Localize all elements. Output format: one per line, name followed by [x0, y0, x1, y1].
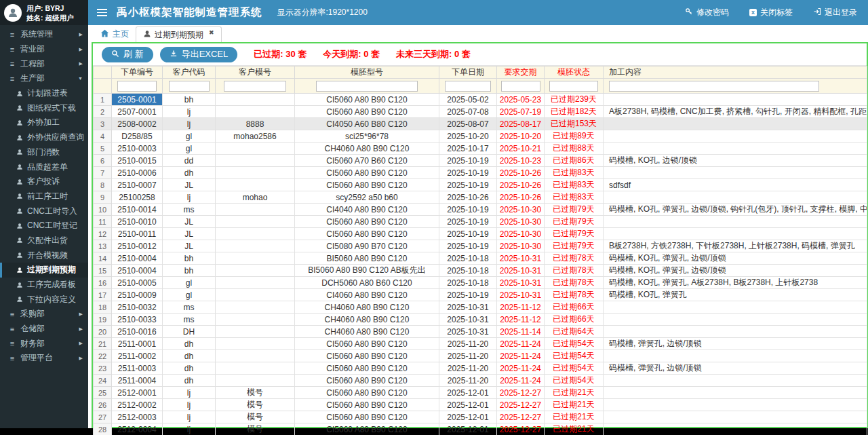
sidebar-item-system[interactable]: ≡系统管理▶ [0, 27, 88, 42]
table-row[interactable]: 282512-0004lj模号CI5060 A80 B90 C1202025-1… [94, 423, 867, 435]
cell-due_date[interactable]: 2025-12-27 [497, 387, 545, 399]
cell-processing_content[interactable] [604, 143, 867, 155]
cell-order_date[interactable]: 2025-12-01 [439, 399, 497, 411]
sidebar-item-cnc-hours-import[interactable]: CNC工时导入 [0, 204, 88, 219]
cell-mold_base_model[interactable]: CH4060 A80 B90 C120 [295, 326, 439, 338]
table-row[interactable]: 172510-0009glCI4060 A80 B90 C1202025-10-… [94, 289, 867, 301]
cell-customer_mold_no[interactable] [216, 289, 295, 301]
cell-order_date[interactable]: 2025-12-01 [439, 423, 497, 435]
cell-customer_mold_no[interactable] [216, 375, 295, 387]
cell-processing_content[interactable] [604, 301, 867, 314]
cell-processing_content[interactable] [604, 326, 867, 338]
cell-order_date[interactable]: 2025-12-01 [439, 387, 497, 399]
cell-mold_base_model[interactable]: CI5060 A80 B90 C120 [295, 167, 439, 179]
cell-mold_base_status[interactable]: 已过期21天 [545, 387, 604, 399]
cell-mold_base_status[interactable]: 已过期78天 [545, 265, 604, 277]
cell-order_no[interactable]: 2511-0002 [112, 350, 163, 362]
cell-processing_content[interactable] [604, 350, 867, 362]
cell-mold_base_status[interactable]: 已过期54天 [545, 362, 604, 375]
sidebar-item-warehouse[interactable]: ≡仓储部▶ [0, 322, 88, 337]
cell-order_no[interactable]: 2510-0010 [112, 216, 163, 228]
cell-processing_content[interactable] [604, 411, 867, 423]
cell-mold_base_model[interactable]: CI5060 A80 B90 C120 [295, 179, 439, 191]
cell-customer_code[interactable]: lj [163, 118, 216, 130]
cell-mold_base_model[interactable]: BI5060 A80 B90 C120 [295, 252, 439, 265]
cell-mold_base_model[interactable]: DCH5060 A80 B60 C120 [295, 277, 439, 289]
cell-due_date[interactable]: 2025-10-26 [497, 179, 545, 191]
sidebar-item-finance[interactable]: ≡财务部▶ [0, 336, 88, 351]
cell-mold_base_model[interactable]: CI5060 A80 B90 C120 [295, 350, 439, 362]
cell-order_no[interactable]: 2510-0009 [112, 289, 163, 301]
tab-home[interactable]: 主页 [94, 26, 136, 42]
table-row[interactable]: 22507-0001ljCI5060 A80 B90 C1202025-07-0… [94, 106, 867, 118]
cell-order_date[interactable]: 2025-10-19 [439, 228, 497, 240]
cell-customer_mold_no[interactable] [216, 204, 295, 216]
cell-customer_code[interactable]: dh [163, 167, 216, 179]
cell-due_date[interactable]: 2025-10-26 [497, 191, 545, 204]
cell-due_date[interactable]: 2025-10-30 [497, 240, 545, 252]
table-row[interactable]: 122510-0011JLCI5060 A80 B90 C1202025-10-… [94, 228, 867, 240]
table-row[interactable]: 222511-0002dhCI5060 A80 B90 C1202025-11-… [94, 350, 867, 362]
cell-order_date[interactable]: 2025-10-19 [439, 179, 497, 191]
cell-due_date[interactable]: 2025-07-19 [497, 106, 545, 118]
cell-order_date[interactable]: 2025-05-02 [439, 94, 497, 106]
cell-mold_base_model[interactable]: CI5060 A80 B90 C120 [295, 106, 439, 118]
cell-order_no[interactable]: 2510-0016 [112, 326, 163, 338]
cell-order_date[interactable]: 2025-10-19 [439, 204, 497, 216]
cell-mold_base_model[interactable]: CI5060 A80 B90 C120 [295, 423, 439, 435]
cell-order_no[interactable]: 2510-0006 [112, 167, 163, 179]
sidebar-item-plan-follow[interactable]: 计划跟进表 [0, 86, 88, 101]
cell-mold_base_model[interactable]: CI5060 A80 B90 C120 [295, 411, 439, 423]
cell-mold_base_model[interactable]: CI5060 A80 B90 C120 [295, 216, 439, 228]
cell-customer_mold_no[interactable]: mohao [216, 191, 295, 204]
cell-order_no[interactable]: 2510-0033 [112, 314, 163, 326]
cell-processing_content[interactable] [604, 191, 867, 204]
cell-customer_code[interactable]: gl [163, 289, 216, 301]
cell-mold_base_status[interactable]: 已过期64天 [545, 326, 604, 338]
cell-due_date[interactable]: 2025-10-30 [497, 228, 545, 240]
cell-order_date[interactable]: 2025-11-20 [439, 350, 497, 362]
table-row[interactable]: 252512-0001lj模号CI5060 A80 B90 C1202025-1… [94, 387, 867, 399]
sidebar-item-outsourcing[interactable]: 外协加工 [0, 115, 88, 130]
table-row[interactable]: 152510-0004bhBI5060 A80 B90 C120 AB板先出20… [94, 265, 867, 277]
cell-mold_base_model[interactable]: CI4060 A80 B90 C120 [295, 289, 439, 301]
table-row[interactable]: 142510-0004bhBI5060 A80 B90 C1202025-10-… [94, 252, 867, 265]
cell-order_no[interactable]: 25100258 [112, 191, 163, 204]
cell-customer_mold_no[interactable] [216, 362, 295, 375]
cell-order_date[interactable]: 2025-10-19 [439, 155, 497, 167]
cell-mold_base_status[interactable]: 已过期79天 [545, 204, 604, 216]
cell-processing_content[interactable] [604, 130, 867, 143]
sidebar-item-admin-platform[interactable]: ≡管理平台▶ [0, 351, 88, 366]
cell-order_no[interactable]: 2507-0001 [112, 106, 163, 118]
cell-due_date[interactable]: 2025-10-30 [497, 204, 545, 216]
cell-order_date[interactable]: 2025-10-17 [439, 143, 497, 155]
cell-processing_content[interactable]: 码模槽, 弹簧孔, 边锁/顶锁 [604, 362, 867, 375]
cell-customer_mold_no[interactable]: 模号 [216, 399, 295, 411]
cell-processing_content[interactable]: B板2738H, 方铁2738H, 下针板2738H, 上针板2738H, 码模… [604, 240, 867, 252]
cell-due_date[interactable]: 2025-11-14 [497, 326, 545, 338]
cell-customer_code[interactable]: JL [163, 228, 216, 240]
cell-order_no[interactable]: 2510-0015 [112, 155, 163, 167]
cell-mold_base_status[interactable]: 已过期153天 [545, 118, 604, 130]
cell-customer_mold_no[interactable] [216, 155, 295, 167]
cell-mold_base_status[interactable]: 已过期78天 [545, 289, 604, 301]
hamburger-icon[interactable] [97, 9, 107, 16]
tab-overdue-due[interactable]: 过期到期预期 ✖ [136, 26, 222, 42]
cell-order_no[interactable]: 2511-0004 [112, 375, 163, 387]
cell-customer_mold_no[interactable] [216, 277, 295, 289]
cell-processing_content[interactable]: 码模槽, KO孔, 弹簧孔, 边锁/顶锁, 钩针孔(包牙), 顶针孔, 支撑柱,… [604, 204, 867, 216]
cell-customer_mold_no[interactable]: 8888 [216, 118, 295, 130]
cell-due_date[interactable]: 2025-05-23 [497, 94, 545, 106]
cell-customer_code[interactable]: ms [163, 301, 216, 314]
table-row[interactable]: 72510-0006dhCI5060 A80 B90 C1202025-10-1… [94, 167, 867, 179]
cell-order_date[interactable]: 2025-10-19 [439, 216, 497, 228]
cell-processing_content[interactable] [604, 399, 867, 411]
cell-customer_mold_no[interactable] [216, 167, 295, 179]
filter-input-due_date[interactable] [501, 81, 540, 92]
cell-mold_base_status[interactable]: 已过期79天 [545, 216, 604, 228]
cell-customer_code[interactable]: lj [163, 399, 216, 411]
sidebar-item-pre-process-hours[interactable]: 前工序工时 [0, 189, 88, 204]
cell-due_date[interactable]: 2025-10-31 [497, 265, 545, 277]
sidebar-item-overdue-due[interactable]: 过期到期预期 [0, 263, 88, 278]
table-row[interactable]: 112510-0010JLCI5060 A80 B90 C1202025-10-… [94, 216, 867, 228]
